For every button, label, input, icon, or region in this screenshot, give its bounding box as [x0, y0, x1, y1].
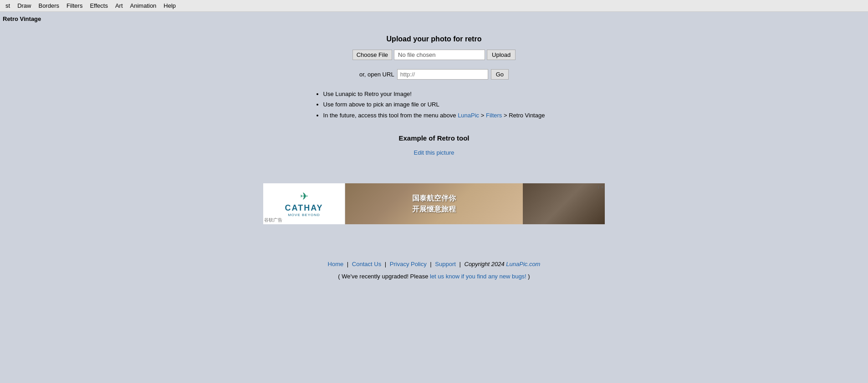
ad-label: 谷软广告 [264, 217, 282, 223]
ad-middle-area: 国泰航空伴你 开展惬意旅程 [345, 183, 523, 224]
lunapic-link[interactable]: LunaPic [458, 112, 479, 119]
ad-logo-name: CATHAY [285, 203, 323, 213]
bullet-item-1: Use Lunapic to Retro your Image! [323, 89, 545, 99]
bullet-list: Use Lunapic to Retro your Image! Use for… [323, 89, 545, 121]
ad-right-area [523, 183, 605, 224]
bullet-item-3: In the future, access this tool from the… [323, 110, 545, 121]
retro-vintage-text: Retro Vintage [509, 112, 545, 119]
bullet-3-text-mid: > [479, 112, 486, 119]
nav-item-animation[interactable]: Animation [127, 0, 160, 11]
filters-link[interactable]: Filters [486, 112, 502, 119]
footer: Home | Contact Us | Privacy Policy | Sup… [0, 252, 868, 289]
footer-bug-row: ( We've recently upgraded! Please let us… [9, 273, 859, 280]
ad-close-area: i × [598, 184, 604, 190]
navigation-bar: st Draw Borders Filters Effects Art Anim… [0, 0, 868, 12]
footer-links: Home | Contact Us | Privacy Policy | Sup… [9, 261, 859, 267]
ad-logo-sub: MOVE BEYOND [288, 213, 320, 217]
copyright-text: Copyright 2024 [465, 261, 505, 267]
footer-support-link[interactable]: Support [435, 261, 456, 267]
ad-middle-text: 国泰航空伴你 开展惬意旅程 [412, 193, 456, 215]
separator-3: | [430, 261, 433, 267]
bug-report-link[interactable]: let us know if you find any new bugs! [430, 273, 526, 280]
separator-1: | [347, 261, 350, 267]
bug-text-pre: ( We've recently upgraded! Please [338, 273, 428, 280]
url-row: or, open URL Go [9, 69, 859, 80]
bullet-3-text-post: > [502, 112, 509, 119]
example-title: Example of Retro tool [9, 134, 859, 142]
footer-home-link[interactable]: Home [328, 261, 344, 267]
footer-contact-link[interactable]: Contact Us [352, 261, 381, 267]
ad-text-line2: 开展惬意旅程 [412, 204, 456, 215]
ad-close-icon[interactable]: × [601, 184, 604, 190]
nav-item-effects[interactable]: Effects [86, 0, 112, 11]
ad-content: ✈ CATHAY MOVE BEYOND 国泰航空伴你 开展惬意旅程 [263, 183, 605, 224]
separator-2: | [385, 261, 388, 267]
footer-privacy-link[interactable]: Privacy Policy [390, 261, 427, 267]
footer-lunapic-link[interactable]: LunaPic.com [506, 261, 540, 267]
url-label: or, open URL [359, 71, 394, 78]
page-title: Retro Vintage [0, 12, 868, 26]
nav-item-help[interactable]: Help [160, 0, 179, 11]
choose-file-button[interactable]: Choose File [352, 50, 392, 60]
bug-text-post: ) [528, 273, 530, 280]
ad-banner: ✈ CATHAY MOVE BEYOND 国泰航空伴你 开展惬意旅程 谷软广告 … [263, 183, 605, 224]
upload-form-row: Choose File No file chosen Upload [9, 50, 859, 60]
nav-item-st[interactable]: st [2, 0, 14, 11]
nav-item-draw[interactable]: Draw [14, 0, 35, 11]
footer-copyright: Copyright 2024 LunaPic.com [465, 261, 541, 267]
upload-title: Upload your photo for retro [9, 35, 859, 43]
file-name-display: No file chosen [394, 50, 485, 60]
url-input[interactable] [397, 69, 488, 80]
bullet-3-text-pre: In the future, access this tool from the… [323, 112, 458, 119]
go-button[interactable]: Go [491, 69, 509, 80]
nav-item-art[interactable]: Art [112, 0, 127, 11]
nav-item-borders[interactable]: Borders [35, 0, 63, 11]
ad-info-icon[interactable]: i [598, 184, 599, 190]
upload-button[interactable]: Upload [487, 50, 516, 60]
ad-text-line1: 国泰航空伴你 [412, 193, 456, 204]
separator-4: | [460, 261, 463, 267]
edit-picture-link[interactable]: Edit this picture [414, 149, 454, 156]
ad-bird-icon: ✈ [300, 191, 308, 202]
bullet-item-2: Use form above to pick an image file or … [323, 99, 545, 110]
nav-item-filters[interactable]: Filters [63, 0, 86, 11]
main-content: Upload your photo for retro Choose File … [0, 26, 868, 242]
